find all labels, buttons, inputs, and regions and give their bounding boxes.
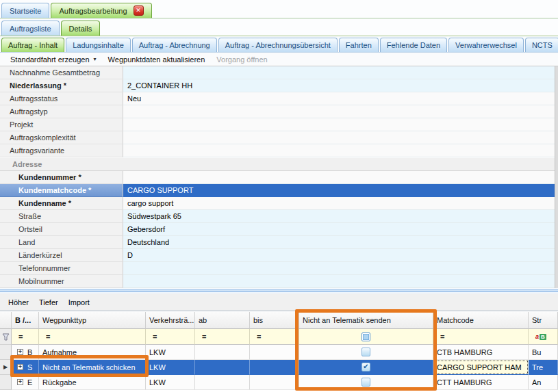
cell-wegpunkttyp[interactable]: Nicht an Telematik schicken bbox=[39, 360, 146, 375]
filter-cell-matchcode[interactable]: = bbox=[433, 329, 529, 345]
tab-auftragsbearbeitung[interactable]: Auftragsbearbeitung ✕ bbox=[51, 3, 151, 18]
column-header-code[interactable]: B /... bbox=[12, 312, 39, 329]
cell-ab[interactable] bbox=[195, 375, 250, 390]
cell-telematik[interactable] bbox=[299, 345, 433, 360]
tab-ncts[interactable]: NCTS bbox=[525, 38, 558, 52]
form-row: Kundennummer * bbox=[0, 171, 558, 184]
checkbox-icon[interactable] bbox=[362, 348, 370, 356]
cell-telematik[interactable] bbox=[299, 360, 433, 375]
expand-icon[interactable] bbox=[17, 379, 23, 385]
cell-bis[interactable] bbox=[250, 375, 299, 390]
form-row: Auftragsvariante bbox=[0, 144, 558, 157]
tab-details[interactable]: Details bbox=[61, 21, 101, 36]
column-header-matchcode[interactable]: Matchcode bbox=[433, 312, 529, 329]
cell-ab[interactable] bbox=[195, 345, 250, 360]
field-value-auftragsstatus[interactable]: Neu bbox=[123, 92, 555, 105]
column-header-strasse[interactable]: Str bbox=[529, 312, 558, 329]
standardfahrt-erzeugen-button[interactable]: Standardfahrt erzeugen ▾ bbox=[10, 55, 97, 64]
field-value-niederlassung[interactable]: 2_CONTAINER HH bbox=[123, 79, 555, 92]
filter-cell-telematik[interactable] bbox=[299, 329, 433, 345]
cell-matchcode[interactable]: CTT HAMBURG bbox=[433, 375, 529, 390]
group-header-adresse[interactable]: Adresse bbox=[0, 157, 558, 171]
field-label: Ortsteil bbox=[0, 223, 123, 236]
field-label: Telefonnummer bbox=[0, 262, 123, 275]
field-value-projekt[interactable] bbox=[123, 118, 555, 131]
hoeher-button[interactable]: Höher bbox=[8, 298, 29, 306]
field-value-auftragskomplexitaet[interactable] bbox=[123, 131, 555, 144]
funnel-icon bbox=[2, 333, 10, 341]
tab-auftrag-inhalt[interactable]: Auftrag - Inhalt bbox=[1, 38, 64, 52]
column-header-nicht-an-telematik[interactable]: Nicht an Telematik senden bbox=[299, 312, 433, 329]
field-value-kundennummer[interactable] bbox=[123, 171, 555, 184]
column-header-wegpunkttyp[interactable]: Wegpunkttyp bbox=[39, 312, 146, 329]
cell-telematik[interactable] bbox=[299, 375, 433, 390]
filter-cell-bis[interactable]: = bbox=[250, 329, 299, 345]
tab-auftragsliste[interactable]: Auftragsliste bbox=[1, 21, 60, 36]
field-value-telefonnummer[interactable] bbox=[123, 262, 555, 275]
cell-bis[interactable] bbox=[250, 345, 299, 360]
field-value-land[interactable]: Deutschland bbox=[123, 236, 555, 249]
cell-strasse[interactable]: Bu bbox=[529, 345, 558, 360]
field-value-mobilnummer[interactable] bbox=[123, 275, 555, 288]
tab-fehlende-daten[interactable]: Fehlende Daten bbox=[380, 38, 447, 52]
form-row: Auftragstyp bbox=[0, 105, 558, 118]
column-header-bis[interactable]: bis bbox=[250, 312, 299, 329]
filter-cell-verkehrstraeger[interactable]: = bbox=[146, 329, 195, 345]
cell-verkehrstraeger[interactable]: LKW bbox=[146, 360, 195, 375]
filter-cell-wegpunkttyp[interactable]: = bbox=[39, 329, 146, 345]
field-value-auftragstyp[interactable] bbox=[123, 105, 555, 118]
field-label: Straße bbox=[0, 210, 123, 223]
tab-ladungsinhalte[interactable]: Ladungsinhalte bbox=[66, 38, 131, 52]
checkbox-icon[interactable] bbox=[362, 378, 370, 387]
field-value-auftragsvariante[interactable] bbox=[123, 144, 555, 157]
pane-splitter[interactable] bbox=[0, 288, 558, 293]
expand-icon[interactable] bbox=[17, 349, 23, 355]
cell-ab[interactable] bbox=[195, 360, 250, 375]
table-row-selected[interactable]: ▶ S Nicht an Telematik schicken LKW CARG… bbox=[0, 360, 558, 375]
tab-details-label: Details bbox=[69, 25, 92, 33]
field-value-nachnahme[interactable] bbox=[123, 66, 555, 79]
cell-strasse[interactable]: An bbox=[529, 375, 558, 390]
form-scrollbar[interactable] bbox=[555, 66, 558, 288]
column-header-verkehrstraeger[interactable]: Verkehrsträ... bbox=[146, 312, 195, 329]
tab-auftrag-abrechnung[interactable]: Auftrag - Abrechnung bbox=[132, 38, 217, 52]
checkbox-indeterminate-icon[interactable] bbox=[362, 332, 370, 341]
cell-bis[interactable] bbox=[250, 360, 299, 375]
field-value-strasse[interactable]: Südwestpark 65 bbox=[123, 210, 555, 223]
import-button[interactable]: Import bbox=[68, 298, 90, 306]
cell-strasse[interactable]: Tre bbox=[529, 360, 558, 375]
cell-matchcode-focused[interactable]: CARGO SUPPORT HAM bbox=[433, 360, 529, 375]
chevron-down-icon[interactable]: ▾ bbox=[94, 56, 97, 62]
filter-cell-strasse[interactable]: a B bbox=[529, 329, 558, 345]
cell-wegpunkttyp[interactable]: Rückgabe bbox=[39, 375, 146, 390]
close-icon[interactable]: ✕ bbox=[134, 5, 144, 16]
checkbox-icon[interactable] bbox=[362, 363, 370, 371]
cell-matchcode[interactable]: CTB HAMBURG bbox=[433, 345, 529, 360]
wegpunktdaten-aktualisieren-button[interactable]: Wegpunktdaten aktualisieren bbox=[108, 55, 205, 64]
table-row[interactable]: B Aufnahme LKW CTB HAMBURG Bu bbox=[0, 345, 558, 360]
tab-fahrten[interactable]: Fahrten bbox=[339, 38, 379, 52]
cell-code[interactable]: E bbox=[12, 375, 39, 390]
tab-auftragsliste-label: Auftragsliste bbox=[10, 25, 51, 33]
filter-cell-ab[interactable]: = bbox=[195, 329, 250, 345]
cell-verkehrstraeger[interactable]: LKW bbox=[146, 375, 195, 390]
tab-label: Auftrag - Abrechnungsübersicht bbox=[225, 41, 331, 49]
field-value-laenderkuerzel[interactable]: D bbox=[123, 249, 555, 262]
cell-wegpunkttyp[interactable]: Aufnahme bbox=[39, 345, 146, 360]
field-value-kundenmatchcode[interactable]: CARGO SUPPORT bbox=[123, 184, 555, 197]
arrow-right-icon: ▶ bbox=[3, 364, 8, 370]
field-value-ortsteil[interactable]: Gebersdorf bbox=[123, 223, 555, 236]
field-value-kundenname[interactable]: cargo support bbox=[123, 197, 555, 210]
column-header-ab[interactable]: ab bbox=[195, 312, 250, 329]
cell-verkehrstraeger[interactable]: LKW bbox=[146, 345, 195, 360]
tab-startseite[interactable]: Startseite bbox=[1, 3, 49, 18]
abc-predicate-icon: a B bbox=[535, 333, 546, 340]
tab-auftrag-abrechnungsuebersicht[interactable]: Auftrag - Abrechnungsübersicht bbox=[218, 38, 338, 52]
expand-icon[interactable] bbox=[17, 364, 23, 370]
cell-code[interactable]: S bbox=[12, 360, 39, 375]
tab-verwahrerwechsel[interactable]: Verwahrerwechsel bbox=[448, 38, 524, 52]
filter-cell-code[interactable]: = bbox=[12, 329, 39, 345]
table-row[interactable]: E Rückgabe LKW CTT HAMBURG An bbox=[0, 375, 558, 390]
cell-code[interactable]: B bbox=[12, 345, 39, 360]
tiefer-button[interactable]: Tiefer bbox=[39, 298, 58, 306]
